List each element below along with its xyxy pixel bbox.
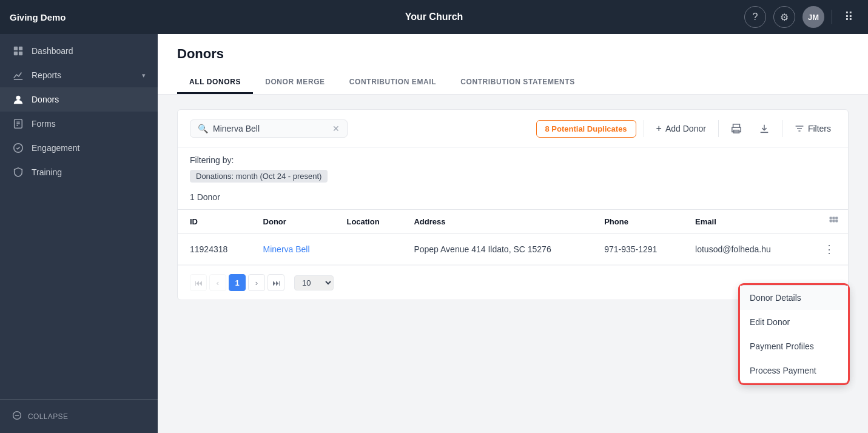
layout: Dashboard Reports ▾ Donors Forms E xyxy=(0,34,868,433)
sidebar-item-reports[interactable]: Reports ▾ xyxy=(0,63,158,87)
tab-all-donors[interactable]: ALL DONORS xyxy=(177,72,253,94)
sidebar-label-training: Training xyxy=(32,167,146,177)
topnav-divider xyxy=(832,10,832,24)
topnav-actions: ? ⚙ JM ⠿ xyxy=(744,6,858,28)
svg-rect-23 xyxy=(835,220,838,222)
last-page-button[interactable]: ⏭ xyxy=(267,274,284,291)
duplicates-button[interactable]: 8 Potential Duplicates xyxy=(536,120,636,138)
toolbar-divider-3 xyxy=(782,120,782,137)
search-input[interactable] xyxy=(213,124,328,133)
cell-donor: Minerva Bell xyxy=(251,234,335,265)
menu-item-donor-details[interactable]: Donor Details xyxy=(740,286,848,310)
context-menu: Donor Details Edit Donor Payment Profile… xyxy=(739,285,849,383)
org-name: Your Church xyxy=(405,12,463,22)
toolbar: 🔍 ✕ 8 Potential Duplicates + Add Donor xyxy=(178,110,848,148)
filters-button[interactable]: Filters xyxy=(790,121,836,136)
tab-donor-merge[interactable]: DONOR MERGE xyxy=(253,72,337,94)
toolbar-divider-1 xyxy=(644,120,644,137)
sidebar-item-donors[interactable]: Donors xyxy=(0,87,158,112)
menu-item-edit-donor[interactable]: Edit Donor xyxy=(740,310,848,334)
training-icon xyxy=(12,166,24,178)
sidebar-label-dashboard: Dashboard xyxy=(32,46,146,56)
sidebar-label-reports: Reports xyxy=(32,70,135,80)
svg-rect-0 xyxy=(14,47,18,50)
col-email: Email xyxy=(683,210,801,234)
tabs: ALL DONORS DONOR MERGE CONTRIBUTION EMAI… xyxy=(177,72,849,94)
dashboard-icon xyxy=(12,45,24,57)
sidebar: Dashboard Reports ▾ Donors Forms E xyxy=(0,34,158,433)
add-donor-button[interactable]: + Add Donor xyxy=(651,121,711,136)
filter-info: Filtering by: Donations: month (Oct 24 -… xyxy=(178,148,848,187)
prev-page-button[interactable]: ‹ xyxy=(209,274,226,291)
svg-rect-18 xyxy=(830,217,832,220)
sidebar-item-forms[interactable]: Forms xyxy=(0,112,158,136)
cell-actions: ⋮ xyxy=(801,234,848,265)
donors-table: ID Donor Location Address Phone Email xyxy=(178,209,848,265)
donors-card: 🔍 ✕ 8 Potential Duplicates + Add Donor xyxy=(177,109,849,300)
collapse-label: COLLAPSE xyxy=(28,412,68,421)
topnav: Giving Demo Your Church ? ⚙ JM ⠿ xyxy=(0,0,868,34)
donors-icon xyxy=(12,93,24,106)
search-clear-icon[interactable]: ✕ xyxy=(332,124,340,133)
filter-label: Filtering by: xyxy=(190,155,836,165)
menu-item-payment-profiles[interactable]: Payment Profiles xyxy=(740,334,848,358)
col-id: ID xyxy=(178,210,251,234)
col-address: Address xyxy=(402,210,592,234)
row-menu-button[interactable]: ⋮ xyxy=(820,241,838,257)
donors-table-wrap: ID Donor Location Address Phone Email xyxy=(178,209,848,265)
plus-icon: + xyxy=(656,123,662,134)
sidebar-divider xyxy=(0,399,158,400)
svg-point-5 xyxy=(16,96,20,100)
col-phone: Phone xyxy=(592,210,683,234)
search-icon: 🔍 xyxy=(198,124,208,133)
page-1-button[interactable]: 1 xyxy=(229,274,246,291)
svg-rect-3 xyxy=(19,52,22,55)
apps-grid-button[interactable]: ⠿ xyxy=(839,7,858,27)
svg-rect-19 xyxy=(832,217,835,220)
sidebar-label-donors: Donors xyxy=(32,95,146,104)
sidebar-item-engagement[interactable]: Engagement xyxy=(0,136,158,160)
col-actions xyxy=(801,210,848,234)
tab-contribution-statements[interactable]: CONTRIBUTION STATEMENTS xyxy=(448,72,587,94)
page-header: Donors ALL DONORS DONOR MERGE CONTRIBUTI… xyxy=(158,34,868,95)
sidebar-item-dashboard[interactable]: Dashboard xyxy=(0,39,158,63)
col-location: Location xyxy=(334,210,402,234)
download-button[interactable] xyxy=(754,121,775,136)
collapse-icon xyxy=(12,411,22,422)
main-content: Donors ALL DONORS DONOR MERGE CONTRIBUTI… xyxy=(158,34,868,433)
first-page-button[interactable]: ⏮ xyxy=(190,274,207,291)
brand-logo: Giving Demo xyxy=(10,12,66,22)
reports-chevron-icon: ▾ xyxy=(142,72,146,79)
sidebar-label-engagement: Engagement xyxy=(32,143,146,153)
sidebar-item-training[interactable]: Training xyxy=(0,160,158,184)
svg-rect-21 xyxy=(830,220,832,222)
settings-button[interactable]: ⚙ xyxy=(773,6,795,28)
content-area: 🔍 ✕ 8 Potential Duplicates + Add Donor xyxy=(158,95,868,433)
per-page-select[interactable]: 10 25 50 xyxy=(294,275,334,290)
reports-icon xyxy=(12,69,24,81)
tab-contribution-email[interactable]: CONTRIBUTION EMAIL xyxy=(337,72,448,94)
cell-address: Popep Avenue 414 Ildato, SC 15276 xyxy=(402,234,592,265)
forms-icon xyxy=(12,118,24,130)
svg-rect-22 xyxy=(832,220,835,222)
sidebar-label-forms: Forms xyxy=(32,119,146,129)
filter-tag[interactable]: Donations: month (Oct 24 - present) xyxy=(190,170,328,183)
col-donor: Donor xyxy=(251,210,335,234)
engagement-icon xyxy=(12,142,24,154)
donor-count: 1 Donor xyxy=(178,187,848,209)
cell-location xyxy=(334,234,402,265)
toolbar-divider-2 xyxy=(718,120,719,137)
cell-email: lotusod@folheda.hu xyxy=(683,234,801,265)
help-button[interactable]: ? xyxy=(744,6,766,28)
page-title: Donors xyxy=(177,46,849,62)
next-page-button[interactable]: › xyxy=(248,274,265,291)
collapse-button[interactable]: COLLAPSE xyxy=(0,404,158,428)
cell-id: 11924318 xyxy=(178,234,251,265)
donor-link[interactable]: Minerva Bell xyxy=(263,244,310,254)
print-button[interactable] xyxy=(726,121,747,136)
svg-rect-13 xyxy=(733,124,739,127)
search-box: 🔍 ✕ xyxy=(190,119,348,138)
svg-rect-1 xyxy=(19,47,22,50)
avatar[interactable]: JM xyxy=(802,6,824,28)
menu-item-process-payment[interactable]: Process Payment xyxy=(740,358,848,383)
